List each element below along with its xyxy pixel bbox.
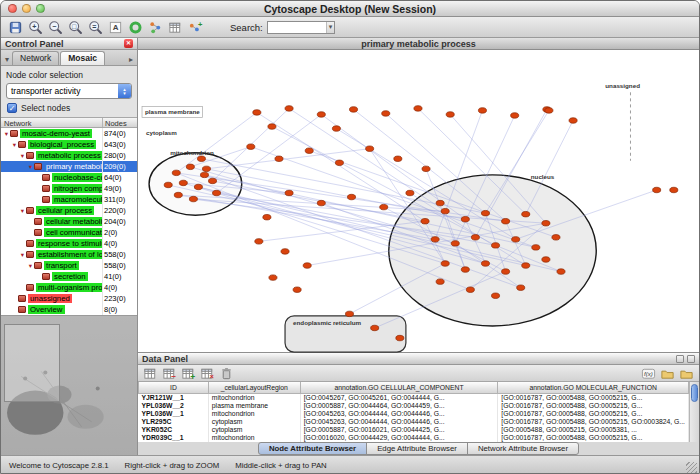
table-scrollbar-thumb[interactable] — [691, 384, 698, 402]
table-row[interactable]: YLR295Ccytoplasm[GO:0045263, GO:0044444,… — [139, 418, 689, 426]
network-node[interactable] — [269, 275, 277, 280]
network-node[interactable] — [285, 190, 293, 195]
network-node[interactable] — [421, 218, 429, 223]
expand-toggle-icon[interactable]: ▾ — [19, 251, 26, 259]
network-node[interactable] — [502, 218, 510, 223]
network-node[interactable] — [552, 235, 560, 240]
tree-item[interactable]: ▾establishment of locali558(0) — [1, 249, 137, 260]
network-node[interactable] — [345, 311, 353, 316]
network-node[interactable] — [382, 111, 390, 116]
expand-toggle-icon[interactable]: ▾ — [27, 163, 34, 171]
network-node[interactable] — [174, 192, 182, 197]
tree-item[interactable]: response to stimulus4(0) — [1, 238, 137, 249]
network-node[interactable] — [263, 214, 271, 219]
network-node[interactable] — [247, 144, 255, 149]
network-node[interactable] — [557, 269, 565, 274]
delete-attributes-icon[interactable] — [218, 365, 235, 382]
table-cell[interactable]: [GO:0005887, GO:0016021, GO:0044425, G..… — [300, 426, 498, 434]
unselect-attributes-icon[interactable]: − — [161, 365, 178, 382]
expand-toggle-icon[interactable]: ▾ — [27, 262, 34, 270]
column-header[interactable]: _cellularLayoutRegion — [208, 382, 300, 393]
color-attribute-dropdown[interactable]: transporter activity ▴▾ — [6, 83, 132, 99]
import-network-icon[interactable] — [147, 19, 164, 36]
select-attributes-icon[interactable] — [142, 365, 159, 382]
table-scrollbar[interactable] — [689, 382, 699, 442]
tree-item[interactable]: macromolecule metabo311(0) — [1, 194, 137, 205]
network-node[interactable] — [502, 269, 510, 274]
network-node[interactable] — [670, 187, 678, 192]
tree-item[interactable]: ▾primary metabolic proce209(0) — [1, 161, 137, 172]
network-node[interactable] — [366, 146, 374, 151]
network-node[interactable] — [422, 166, 430, 171]
table-cell[interactable]: plasma membrane — [208, 402, 300, 410]
network-node[interactable] — [209, 178, 217, 183]
table-row[interactable]: YKR052Ccytoplasm[GO:0005887, GO:0016021,… — [139, 426, 689, 434]
network-node[interactable] — [268, 124, 276, 129]
save-session-icon[interactable] — [7, 19, 24, 36]
network-node[interactable] — [461, 216, 469, 221]
network-node[interactable] — [436, 200, 444, 205]
overview-viewport[interactable] — [4, 324, 60, 402]
zoom-in-icon[interactable]: + — [27, 19, 44, 36]
tab-network-attribute-browser[interactable]: Network Attribute Browser — [467, 442, 579, 455]
table-cell[interactable]: [GO:0045267, GO:0045261, GO:0044444, G..… — [300, 393, 498, 402]
tree-item[interactable]: ▾biological_process643(0) — [1, 139, 137, 150]
table-row[interactable]: YDR039C__1mitochondrion[GO:0016020, GO:0… — [139, 434, 689, 442]
table-cell[interactable]: [GO:0005488, GO:0005215, GO:0005381, ... — [498, 426, 689, 434]
network-node[interactable] — [186, 164, 194, 169]
table-row[interactable]: YPL036W__1mitochondrion[GO:0045263, GO:0… — [139, 410, 689, 418]
network-node[interactable] — [194, 184, 202, 189]
import-attributes-icon[interactable] — [659, 365, 676, 382]
network-node[interactable] — [172, 170, 180, 175]
tree-header-nodes[interactable]: Nodes — [103, 118, 137, 127]
network-node[interactable] — [394, 156, 402, 161]
network-view-title[interactable]: primary metabolic process — [138, 38, 699, 50]
network-node[interactable] — [451, 241, 459, 246]
network-node[interactable] — [371, 325, 379, 330]
export-attributes-icon[interactable] — [678, 365, 695, 382]
network-node[interactable] — [431, 237, 439, 242]
network-node[interactable] — [275, 156, 283, 161]
table-cell[interactable]: cytoplasm — [208, 426, 300, 434]
network-node[interactable] — [461, 267, 469, 272]
network-node[interactable] — [414, 106, 422, 111]
network-node[interactable] — [481, 210, 489, 215]
search-dropdown-icon[interactable]: ▾ — [326, 22, 335, 33]
network-node[interactable] — [522, 211, 530, 216]
zoom-fit-content-icon[interactable]: = — [87, 19, 104, 36]
region-nucleus[interactable] — [389, 175, 596, 326]
tree-item[interactable]: ▾metabolic process280(0) — [1, 150, 137, 161]
table-cell[interactable]: cytoplasm — [208, 418, 300, 426]
table-cell[interactable]: mitochondrion — [208, 410, 300, 418]
network-node[interactable] — [350, 107, 358, 112]
tree-item[interactable]: secretion41(0) — [1, 271, 137, 282]
table-cell[interactable]: [GO:0016787, GO:0005488, GO:0005215, G..… — [498, 434, 689, 442]
expand-toggle-icon[interactable]: ▾ — [3, 130, 10, 138]
tree-item[interactable]: ▾cellular process220(0) — [1, 205, 137, 216]
network-node[interactable] — [522, 263, 530, 268]
column-header[interactable]: annotation.GO CELLULAR_COMPONENT — [300, 382, 498, 393]
tree-item[interactable]: cellular metabolic proc204(0) — [1, 216, 137, 227]
network-node[interactable] — [478, 108, 486, 113]
table-row[interactable]: YJR121W__1mitochondrion[GO:0045267, GO:0… — [139, 393, 689, 402]
control-panel-close-icon[interactable]: ✕ — [124, 39, 133, 48]
network-node[interactable] — [281, 249, 289, 254]
zoom-out-icon[interactable]: − — [47, 19, 64, 36]
network-node[interactable] — [512, 237, 520, 242]
network-node[interactable] — [466, 287, 474, 292]
column-header[interactable]: ID — [139, 382, 209, 393]
network-node[interactable] — [481, 261, 489, 266]
tree-item[interactable]: multi-organism process4(0) — [1, 282, 137, 293]
network-node[interactable] — [396, 335, 404, 340]
mosaic-icon[interactable] — [127, 19, 144, 36]
tree-item[interactable]: nucleobase-containing64(0) — [1, 172, 137, 183]
table-cell[interactable]: [GO:0016787, GO:0005488, GO:0005215, GO:… — [498, 418, 689, 426]
table-cell[interactable]: [GO:0045263, GO:0044444, GO:0044446, G..… — [300, 418, 498, 426]
table-cell[interactable]: YJR121W__1 — [139, 393, 209, 402]
network-node[interactable] — [164, 182, 172, 187]
network-node[interactable] — [441, 208, 449, 213]
build-network-icon[interactable]: + — [187, 19, 204, 36]
tab-mosaic[interactable]: Mosaic — [60, 51, 105, 65]
table-cell[interactable]: [GO:0005887, GO:0044464, GO:0044459, G..… — [300, 402, 498, 410]
import-table-icon[interactable] — [167, 19, 184, 36]
